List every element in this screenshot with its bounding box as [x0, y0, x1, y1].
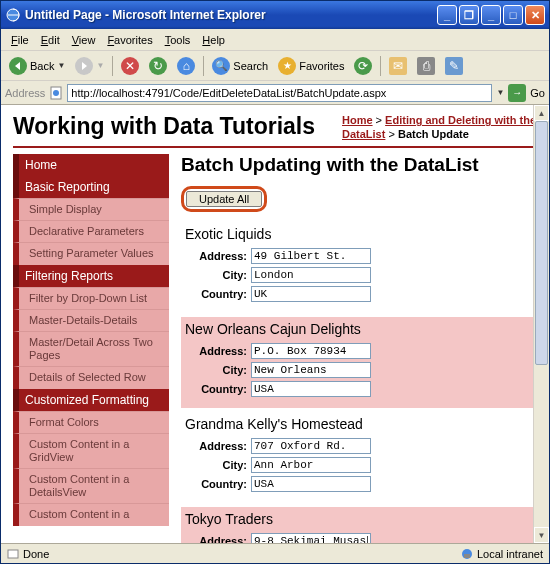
country-input[interactable] [251, 476, 371, 492]
record-name: Exotic Liquids [185, 226, 533, 242]
update-all-button[interactable]: Update All [186, 191, 262, 207]
maximize-button[interactable]: □ [503, 5, 523, 25]
nav-header-customized-formatting[interactable]: Customized Formatting [13, 389, 169, 411]
nav-item-master-detail-across-two-pages[interactable]: Master/Detail Across Two Pages [13, 331, 169, 366]
menu-favorites[interactable]: Favorites [101, 32, 158, 48]
nav-item-setting-parameter-values[interactable]: Setting Parameter Values [13, 242, 169, 264]
content-area: Home > Editing and Deleting with the Dat… [1, 105, 549, 543]
page-heading: Batch Updating with the DataList [181, 154, 537, 176]
update-all-highlight: Update All [181, 186, 267, 212]
search-label: Search [233, 60, 268, 72]
scroll-down-icon[interactable]: ▼ [534, 527, 549, 543]
city-input[interactable] [251, 457, 371, 473]
mail-button[interactable]: ✉ [385, 55, 411, 77]
country-label: Country: [185, 478, 247, 490]
status-text: Done [23, 548, 49, 560]
go-label: Go [530, 87, 545, 99]
back-button[interactable]: Back ▼ [5, 55, 69, 77]
nav-header-filtering-reports[interactable]: Filtering Reports [13, 265, 169, 287]
breadcrumb-home[interactable]: Home [342, 114, 373, 126]
home-icon: ⌂ [177, 57, 195, 75]
forward-button[interactable]: ▼ [71, 55, 108, 77]
search-button[interactable]: 🔍 Search [208, 55, 272, 77]
address-label: Address: [185, 535, 247, 543]
go-button[interactable]: → [508, 84, 526, 102]
breadcrumb-current: Batch Update [398, 128, 469, 140]
nav-item-custom-content-in-a[interactable]: Custom Content in a [13, 503, 169, 525]
menubar: FileEditViewFavoritesToolsHelp [1, 29, 549, 51]
stop-icon: ✕ [121, 57, 139, 75]
record: Exotic LiquidsAddress:City:Country: [181, 222, 537, 313]
address-input[interactable] [251, 438, 371, 454]
city-label: City: [185, 269, 247, 281]
address-label: Address [5, 87, 45, 99]
address-input[interactable] [251, 343, 371, 359]
nav-item-master-details-details[interactable]: Master-Details-Details [13, 309, 169, 331]
city-input[interactable] [251, 267, 371, 283]
stop-button[interactable]: ✕ [117, 55, 143, 77]
nav-header-basic-reporting[interactable]: Basic Reporting [13, 176, 169, 198]
nav-item-format-colors[interactable]: Format Colors [13, 411, 169, 433]
record-name: Grandma Kelly's Homestead [185, 416, 533, 432]
page-icon [49, 86, 63, 100]
favorites-button[interactable]: ★ Favorites [274, 55, 348, 77]
separator [112, 56, 113, 76]
page: Home > Editing and Deleting with the Dat… [1, 105, 549, 543]
nav-item-filter-by-drop-down-list[interactable]: Filter by Drop-Down List [13, 287, 169, 309]
record-name: Tokyo Traders [185, 511, 533, 527]
breadcrumb: Home > Editing and Deleting with the Dat… [342, 113, 537, 142]
status-right: Local intranet [461, 548, 543, 560]
main-content: Batch Updating with the DataList Update … [181, 154, 537, 543]
print-icon: ⎙ [417, 57, 435, 75]
scroll-up-icon[interactable]: ▲ [534, 105, 549, 121]
ie-icon [5, 7, 21, 23]
home-button[interactable]: ⌂ [173, 55, 199, 77]
mail-icon: ✉ [389, 57, 407, 75]
edit-icon: ✎ [445, 57, 463, 75]
divider [13, 146, 537, 148]
restore-button[interactable]: ❐ [459, 5, 479, 25]
address-input[interactable] [251, 533, 371, 543]
window-title: Untitled Page - Microsoft Internet Explo… [25, 8, 437, 22]
print-button[interactable]: ⎙ [413, 55, 439, 77]
menu-view[interactable]: View [66, 32, 102, 48]
nav-item-details-of-selected-row[interactable]: Details of Selected Row [13, 366, 169, 388]
titlebar: Untitled Page - Microsoft Internet Explo… [1, 1, 549, 29]
menu-tools[interactable]: Tools [159, 32, 197, 48]
star-icon: ★ [278, 57, 296, 75]
close-button[interactable]: ✕ [525, 5, 545, 25]
country-input[interactable] [251, 381, 371, 397]
nav-item-custom-content-in-a-gridview[interactable]: Custom Content in a GridView [13, 433, 169, 468]
refresh-button[interactable]: ↻ [145, 55, 171, 77]
history-button[interactable]: ⟳ [350, 55, 376, 77]
edit-button[interactable]: ✎ [441, 55, 467, 77]
done-icon [7, 548, 19, 560]
separator [203, 56, 204, 76]
address-input[interactable] [251, 248, 371, 264]
menu-file[interactable]: File [5, 32, 35, 48]
menu-edit[interactable]: Edit [35, 32, 66, 48]
nav-header-home[interactable]: Home [13, 154, 169, 176]
nav-item-simple-display[interactable]: Simple Display [13, 198, 169, 220]
history-icon: ⟳ [354, 57, 372, 75]
record: Tokyo TradersAddress:City:Country: [181, 507, 537, 543]
status-left: Done [7, 548, 49, 560]
nav-item-declarative-parameters[interactable]: Declarative Parameters [13, 220, 169, 242]
scroll-thumb[interactable] [535, 121, 548, 365]
zone-text: Local intranet [477, 548, 543, 560]
scroll-track[interactable] [534, 121, 549, 527]
minimize-button[interactable]: _ [437, 5, 457, 25]
nav-item-custom-content-in-a-detailsview[interactable]: Custom Content in a DetailsView [13, 468, 169, 503]
svg-rect-5 [464, 554, 470, 558]
vertical-scrollbar[interactable]: ▲ ▼ [533, 105, 549, 543]
dropdown-icon[interactable]: ▼ [496, 88, 504, 97]
minimize2-button[interactable]: _ [481, 5, 501, 25]
statusbar: Done Local intranet [1, 543, 549, 563]
menu-help[interactable]: Help [196, 32, 231, 48]
address-label: Address: [185, 345, 247, 357]
city-input[interactable] [251, 362, 371, 378]
country-input[interactable] [251, 286, 371, 302]
dropdown-icon: ▼ [57, 61, 65, 70]
address-input[interactable] [67, 84, 492, 102]
record: Grandma Kelly's HomesteadAddress:City:Co… [181, 412, 537, 503]
